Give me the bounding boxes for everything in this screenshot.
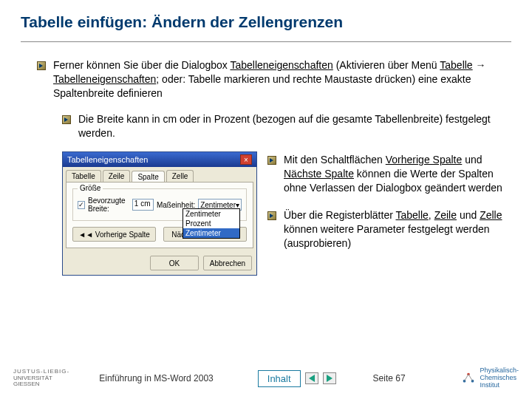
checkbox-label: Bevorzugte Breite:: [88, 197, 129, 213]
institute-logo: Physikalisch- Chemisches Institut: [460, 367, 519, 389]
bullet-icon: [62, 114, 71, 127]
molecule-icon: [460, 370, 477, 386]
bullet-1: Ferner können Sie über die Dialogbox Tab…: [37, 58, 511, 100]
dialog-screenshot: Tabelleneigenschaften × Tabelle Zeile Sp…: [62, 151, 257, 276]
bullet-3-text: Mit den Schaltflächen Vorherige Spalte u…: [284, 153, 511, 195]
tab-tabelle[interactable]: Tabelle: [66, 170, 101, 182]
bullet-2-text: Die Breite kann in cm oder in Prozent (b…: [78, 112, 511, 140]
toc-button[interactable]: Inhalt: [258, 370, 301, 387]
ok-button[interactable]: OK: [150, 256, 199, 270]
bullet-icon: [37, 60, 46, 73]
prev-slide-button[interactable]: [305, 372, 318, 384]
next-slide-button[interactable]: [323, 372, 336, 384]
footer: JUSTUS-LIEBIG- UNIVERSITÄT GIESSEN Einfü…: [0, 358, 532, 399]
slide-title: Tabelle einfügen: Ändern der Zellengrenz…: [21, 13, 511, 31]
svg-line-3: [465, 374, 469, 381]
bullet-4: Über die Registerblätter Tabelle, Zeile …: [267, 208, 511, 250]
dialog-titlebar: Tabelleneigenschaften ×: [63, 152, 256, 167]
unit-label: Maßeinheit:: [157, 201, 195, 209]
triangle-right-icon: [327, 375, 332, 382]
dd-item-selected[interactable]: Zentimeter: [183, 228, 239, 238]
width-input[interactable]: 1 cm: [132, 199, 154, 211]
checkbox-width[interactable]: ✓: [78, 201, 85, 209]
divider: [21, 41, 511, 42]
dd-item[interactable]: Zentimeter: [183, 209, 239, 219]
tab-zeile[interactable]: Zeile: [103, 170, 131, 182]
bullet-icon: [267, 210, 276, 223]
bullet-1-text: Ferner können Sie über die Dialogbox Tab…: [53, 58, 511, 100]
bullet-3: Mit den Schaltflächen Vorherige Spalte u…: [267, 153, 511, 195]
svg-line-4: [468, 374, 473, 381]
bullet-icon: [267, 154, 276, 168]
close-icon[interactable]: ×: [240, 154, 252, 165]
unit-dropdown[interactable]: Zentimeter Prozent Zentimeter: [183, 208, 240, 239]
cancel-button[interactable]: Abbrechen: [203, 256, 252, 270]
tab-spalte[interactable]: Spalte: [132, 171, 164, 183]
group-label: Größe: [78, 184, 103, 192]
dialog-title-text: Tabelleneigenschaften: [67, 155, 148, 164]
bullet-4-text: Über die Registerblätter Tabelle, Zeile …: [284, 208, 511, 250]
dd-item[interactable]: Prozent: [183, 219, 239, 228]
bullet-2: Die Breite kann in cm oder in Prozent (b…: [62, 112, 511, 140]
prev-column-button[interactable]: ◄◄ Vorherige Spalte: [72, 227, 156, 242]
course-name: Einführung in MS-Word 2003: [99, 373, 214, 383]
tab-zelle[interactable]: Zelle: [166, 170, 194, 182]
triangle-left-icon: [309, 375, 315, 382]
university-logo: JUSTUS-LIEBIG- UNIVERSITÄT GIESSEN: [13, 369, 69, 388]
page-number: Seite 67: [373, 373, 406, 383]
